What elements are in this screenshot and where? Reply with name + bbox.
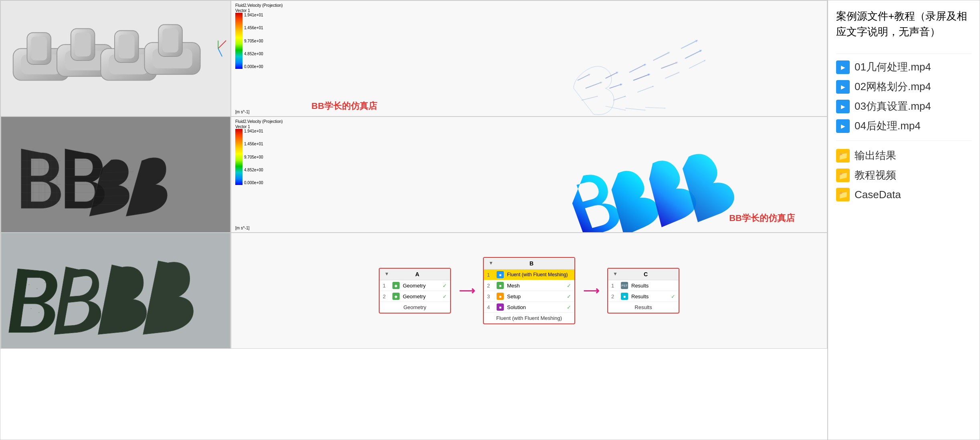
sidebar-divider-2 (836, 141, 972, 141)
svg-point-70 (46, 307, 47, 308)
workflow-row-c2: 2 ■ Results ✓ (608, 291, 679, 302)
main-container: Fluid2.Velocity (Projection) Vector 1 1.… (0, 0, 980, 440)
video-icon-01 (836, 60, 850, 74)
scale-val-3: 9.705e+00 (244, 39, 263, 43)
3d-model-bot-svg (1, 233, 230, 348)
svg-line-30 (653, 52, 669, 60)
cfd-unit-mid: [m s^-1] (235, 226, 249, 230)
workflow-arrow-bc: ⟶ (583, 284, 599, 297)
svg-line-36 (606, 106, 626, 110)
svg-line-22 (586, 82, 602, 88)
cell-model-mid (0, 117, 231, 233)
workflow-row-b2: 2 ■ Mesh ✓ (484, 280, 574, 291)
svg-line-37 (625, 108, 645, 110)
cfd-colorbar-mid: 1.941e+01 1.456e+01 9.705e+00 4.852e+00 … (235, 129, 263, 185)
svg-line-38 (645, 107, 665, 108)
workflow-row-c1: 1 PST Results (608, 280, 679, 291)
svg-point-69 (38, 312, 39, 313)
svg-line-35 (689, 60, 705, 68)
svg-point-67 (53, 287, 53, 288)
mid-scale-val-5: 0.000e+00 (244, 181, 263, 185)
svg-rect-15 (162, 29, 178, 53)
svg-line-32 (665, 72, 679, 78)
scale-val-2: 1.456e+01 (244, 26, 263, 30)
workflow-arrow-ab: ⟶ (459, 284, 475, 297)
cell-workflow: ▼ A 1 ◆ Geometry ✓ 2 ◆ Geometry ✓ (231, 233, 827, 349)
colorbar-gradient-top (235, 13, 242, 69)
svg-rect-9 (31, 36, 47, 60)
scale-val-1: 1.941e+01 (244, 13, 263, 17)
file-item-04[interactable]: 04后处理.mp4 (836, 119, 972, 133)
colorbar-gradient-mid (235, 129, 242, 185)
svg-line-25 (609, 84, 621, 88)
scale-val-5: 0.000e+00 (244, 64, 263, 69)
workflow-box-c: ▼ C 1 PST Results 2 ■ Results ✓ Results (607, 268, 679, 313)
cfd-header-top: Fluid2.Velocity (Projection) Vector 1 (235, 3, 283, 13)
svg-line-28 (633, 74, 649, 80)
file-item-casedata[interactable]: 📁 CaseData (836, 188, 972, 201)
workflow-row-a1: 1 ◆ Geometry ✓ (380, 280, 450, 291)
svg-point-66 (44, 282, 45, 283)
workflow-box-c-header: ▼ C (608, 269, 679, 280)
cell-cfd-top: Fluid2.Velocity (Projection) Vector 1 1.… (231, 0, 827, 117)
sidebar-divider-1 (836, 54, 972, 54)
mid-scale-val-1: 1.941e+01 (244, 129, 263, 133)
workflow-diagram: ▼ A 1 ◆ Geometry ✓ 2 ◆ Geometry ✓ (371, 249, 687, 332)
cfd-unit-top: [m s^-1] (235, 110, 249, 114)
workflow-row-b3: 3 ■ Setup ✓ (484, 291, 574, 302)
svg-line-21 (578, 74, 590, 80)
cell-model-bot (0, 233, 231, 349)
folder-icon-tutorial: 📁 (836, 169, 850, 182)
cfd-header-mid: Fluid2.Velocity (Projection) Vector 1 (235, 119, 283, 129)
workflow-footer-b: Fluent (with Fluent Meshing) (484, 313, 574, 323)
svg-point-68 (30, 308, 31, 309)
svg-line-34 (685, 50, 701, 58)
file-item-01[interactable]: 01几何处理.mp4 (836, 60, 972, 74)
file-label-casedata: CaseData (855, 189, 901, 201)
svg-line-23 (582, 96, 598, 100)
colorbar-labels-mid: 1.941e+01 1.456e+01 9.705e+00 4.852e+00 … (244, 129, 263, 185)
svg-line-31 (661, 62, 677, 68)
3d-model-mid-svg (1, 117, 230, 232)
file-item-02[interactable]: 02网格划分.mp4 (836, 80, 972, 94)
cfd-colorbar-top: 1.941e+01 1.456e+01 9.705e+00 4.852e+00 … (235, 13, 263, 69)
content-area: Fluid2.Velocity (Projection) Vector 1 1.… (0, 0, 828, 440)
workflow-footer-a: Geometry (380, 302, 450, 313)
workflow-row-b4: 4 ■ Solution ✓ (484, 302, 574, 313)
workflow-box-b-header: ▼ B (484, 258, 574, 269)
workflow-row-a2: 2 ◆ Geometry ✓ (380, 291, 450, 302)
svg-rect-11 (75, 32, 91, 56)
watermark-top: BB学长的仿真店 (311, 100, 377, 112)
velocity-arrows-top (440, 1, 827, 116)
file-label-04: 04后处理.mp4 (855, 119, 921, 133)
sidebar: 案例源文件+教程（录屏及相应文字说明，无声音） 01几何处理.mp4 02网格划… (828, 0, 980, 440)
video-icon-03 (836, 100, 850, 113)
svg-line-27 (629, 64, 645, 72)
bb-colored (564, 149, 740, 232)
3d-model-top-svg (1, 1, 230, 116)
video-icon-04 (836, 119, 850, 133)
folder-icon-casedata: 📁 (836, 188, 850, 201)
file-label-output: 输出结果 (855, 149, 896, 163)
file-label-01: 01几何处理.mp4 (855, 60, 931, 74)
sidebar-files: 01几何处理.mp4 02网格划分.mp4 03仿真设置.mp4 04后处理.m… (836, 60, 972, 201)
folder-icon-output: 📁 (836, 149, 850, 163)
svg-rect-13 (119, 34, 135, 58)
file-item-03[interactable]: 03仿真设置.mp4 (836, 99, 972, 113)
mid-scale-val-2: 1.456e+01 (244, 142, 263, 146)
file-label-03: 03仿真设置.mp4 (855, 99, 931, 113)
scale-val-4: 4.852e+00 (244, 52, 263, 56)
sidebar-description: 案例源文件+教程（录屏及相应文字说明，无声音） (836, 8, 972, 40)
file-item-output[interactable]: 📁 输出结果 (836, 149, 972, 163)
svg-point-65 (36, 288, 37, 289)
svg-point-64 (29, 284, 30, 285)
file-item-tutorial[interactable]: 📁 教程视频 (836, 168, 972, 182)
file-label-tutorial: 教程视频 (855, 168, 896, 182)
svg-line-18 (218, 48, 222, 56)
cell-cfd-mid: Fluid2.Velocity (Projection) Vector 1 1.… (231, 117, 827, 233)
mid-scale-val-3: 9.705e+00 (244, 155, 263, 159)
file-label-02: 02网格划分.mp4 (855, 80, 931, 94)
workflow-box-b: ▼ B 1 ■ Fluent (with Fluent Meshing) 2 ■… (483, 257, 575, 324)
cell-model-top (0, 0, 231, 117)
mid-scale-val-4: 4.852e+00 (244, 168, 263, 172)
